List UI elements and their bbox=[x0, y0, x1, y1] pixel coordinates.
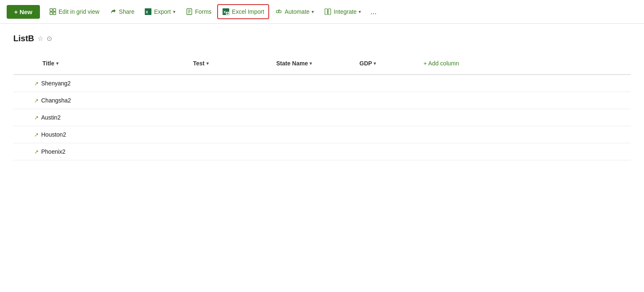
svg-point-16 bbox=[279, 10, 281, 13]
check-circle-icon[interactable]: ⊙ bbox=[47, 35, 52, 42]
table-row[interactable]: ↗ Houston2 bbox=[13, 126, 631, 143]
svg-rect-19 bbox=[325, 9, 327, 15]
add-col-cell bbox=[417, 92, 631, 109]
forms-button[interactable]: Forms bbox=[181, 5, 216, 18]
svg-rect-3 bbox=[53, 12, 56, 15]
col-test-label: Test bbox=[193, 60, 205, 67]
add-col-cell bbox=[417, 143, 631, 160]
forms-label: Forms bbox=[195, 8, 212, 15]
col-state-name-label: State Name bbox=[276, 60, 308, 67]
row-title-value: Shenyang2 bbox=[41, 80, 71, 87]
svg-rect-0 bbox=[50, 9, 52, 11]
add-col-cell bbox=[417, 109, 631, 126]
share-label: Share bbox=[119, 8, 134, 15]
title-cell: ↗ Austin2 bbox=[13, 109, 188, 126]
gdp-cell bbox=[354, 75, 417, 92]
test-cell bbox=[188, 92, 271, 109]
list-header: ListB ☆ ⊙ bbox=[13, 34, 631, 43]
gdp-cell bbox=[354, 143, 417, 160]
gdp-col-chevron-icon: ▾ bbox=[374, 61, 376, 66]
share-icon bbox=[109, 8, 117, 15]
test-col-chevron-icon: ▾ bbox=[206, 61, 209, 66]
export-label: Export bbox=[154, 8, 171, 15]
export-icon: X bbox=[144, 8, 152, 15]
gdp-cell bbox=[354, 126, 417, 143]
title-cell: ↗ Houston2 bbox=[13, 126, 188, 143]
export-button[interactable]: X Export ▾ bbox=[140, 5, 179, 18]
page-content: ListB ☆ ⊙ Title ▾ Test ▾ bbox=[0, 24, 644, 170]
svg-text:X: X bbox=[146, 10, 148, 14]
title-cell: ↗ Phoenix2 bbox=[13, 143, 188, 160]
state-col-chevron-icon: ▾ bbox=[310, 61, 312, 66]
more-options-button[interactable]: ... bbox=[367, 5, 380, 19]
forms-icon bbox=[186, 8, 193, 15]
automate-icon bbox=[275, 8, 282, 15]
toolbar: + New Edit in grid view Share X Expo bbox=[0, 0, 644, 24]
state-name-cell bbox=[271, 92, 354, 109]
edit-in-grid-view-button[interactable]: Edit in grid view bbox=[45, 5, 104, 18]
new-button[interactable]: + New bbox=[7, 5, 40, 19]
row-expand-icon: ↗ bbox=[34, 115, 39, 121]
test-cell bbox=[188, 75, 271, 92]
integrate-icon bbox=[324, 8, 332, 15]
row-expand-icon: ↗ bbox=[34, 149, 39, 155]
svg-rect-20 bbox=[328, 9, 331, 15]
row-expand-icon: ↗ bbox=[34, 132, 39, 138]
title-cell: ↗ Changsha2 bbox=[13, 92, 188, 109]
excel-import-button[interactable]: X Excel Import bbox=[217, 4, 269, 19]
state-name-cell bbox=[271, 75, 354, 92]
test-cell bbox=[188, 126, 271, 143]
col-header-state-name[interactable]: State Name ▾ bbox=[271, 53, 354, 75]
title-col-chevron-icon: ▾ bbox=[56, 61, 59, 66]
col-header-title[interactable]: Title ▾ bbox=[13, 53, 188, 75]
add-col-cell bbox=[417, 126, 631, 143]
row-expand-icon: ↗ bbox=[34, 97, 39, 104]
row-title-value: Houston2 bbox=[41, 131, 66, 138]
col-title-label: Title bbox=[42, 60, 54, 67]
title-cell: ↗ Shenyang2 bbox=[13, 75, 188, 92]
row-expand-icon: ↗ bbox=[34, 80, 39, 87]
row-title-value: Phoenix2 bbox=[41, 148, 65, 155]
table-header: Title ▾ Test ▾ State Name ▾ bbox=[13, 53, 631, 75]
integrate-chevron-icon: ▾ bbox=[359, 9, 361, 15]
gdp-cell bbox=[354, 92, 417, 109]
test-cell bbox=[188, 143, 271, 160]
svg-rect-2 bbox=[50, 12, 52, 15]
col-gdp-label: GDP bbox=[359, 60, 372, 67]
state-name-cell bbox=[271, 126, 354, 143]
table-row[interactable]: ↗ Changsha2 bbox=[13, 92, 631, 109]
integrate-button[interactable]: Integrate ▾ bbox=[320, 5, 365, 18]
automate-chevron-icon: ▾ bbox=[312, 9, 314, 15]
list-table: Title ▾ Test ▾ State Name ▾ bbox=[13, 53, 631, 160]
table-row[interactable]: ↗ Shenyang2 bbox=[13, 75, 631, 92]
integrate-label: Integrate bbox=[334, 8, 357, 15]
excel-import-icon: X bbox=[222, 8, 230, 15]
edit-in-grid-view-label: Edit in grid view bbox=[59, 8, 99, 15]
add-col-cell bbox=[417, 75, 631, 92]
table-row[interactable]: ↗ Phoenix2 bbox=[13, 143, 631, 160]
favorite-star-icon[interactable]: ☆ bbox=[37, 35, 43, 42]
export-chevron-icon: ▾ bbox=[173, 9, 176, 15]
state-name-cell bbox=[271, 143, 354, 160]
grid-view-icon bbox=[49, 8, 57, 15]
col-header-gdp[interactable]: GDP ▾ bbox=[354, 53, 417, 75]
svg-text:X: X bbox=[223, 10, 226, 14]
col-header-add-column[interactable]: + Add column bbox=[417, 53, 631, 75]
add-column-button[interactable]: + Add column bbox=[422, 57, 461, 70]
share-button[interactable]: Share bbox=[105, 5, 139, 18]
row-title-value: Changsha2 bbox=[41, 97, 71, 104]
table-body: ↗ Shenyang2 ↗ Changsha2 bbox=[13, 75, 631, 160]
automate-button[interactable]: Automate ▾ bbox=[271, 5, 318, 18]
automate-label: Automate bbox=[285, 8, 310, 15]
state-name-cell bbox=[271, 109, 354, 126]
list-title: ListB bbox=[13, 34, 34, 43]
col-header-test[interactable]: Test ▾ bbox=[188, 53, 271, 75]
svg-rect-1 bbox=[53, 9, 56, 11]
test-cell bbox=[188, 109, 271, 126]
svg-point-15 bbox=[276, 10, 279, 13]
row-title-value: Austin2 bbox=[41, 114, 61, 121]
excel-import-label: Excel Import bbox=[232, 8, 264, 15]
gdp-cell bbox=[354, 109, 417, 126]
table-row[interactable]: ↗ Austin2 bbox=[13, 109, 631, 126]
